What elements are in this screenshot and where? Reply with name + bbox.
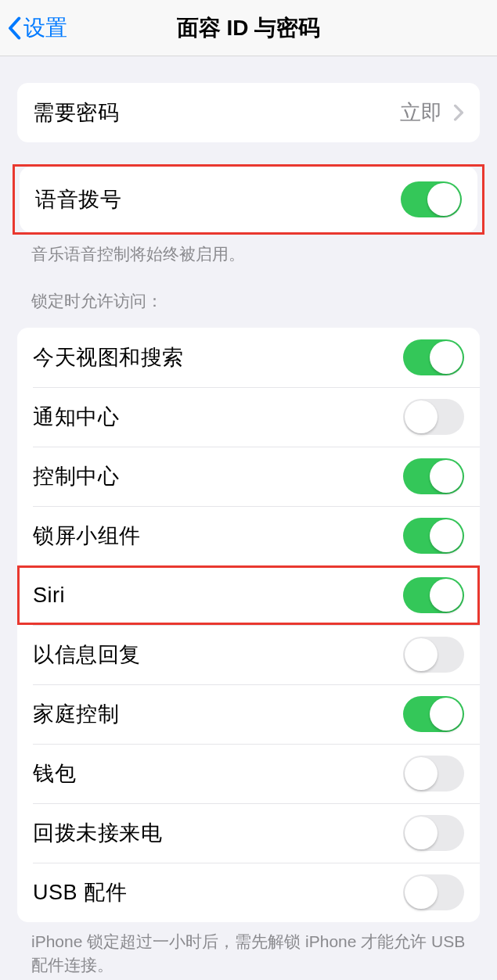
locked-access-row: 控制中心 bbox=[17, 447, 480, 506]
locked-access-row: 锁屏小组件 bbox=[17, 506, 480, 565]
locked-access-group: 今天视图和搜索通知中心控制中心锁屏小组件Siri以信息回复家庭控制钱包回拨未接来… bbox=[17, 328, 480, 922]
voice-dial-label: 语音拨号 bbox=[35, 185, 401, 214]
voice-dial-row: 语音拨号 bbox=[20, 167, 477, 232]
chevron-right-icon bbox=[453, 104, 464, 121]
locked-access-row: Siri bbox=[17, 565, 480, 625]
locked-access-footer: iPhone 锁定超过一小时后，需先解锁 iPhone 才能允许 USB 配件连… bbox=[0, 922, 497, 976]
toggle-knob bbox=[427, 183, 460, 216]
locked-access-toggle[interactable] bbox=[403, 696, 464, 732]
locked-access-row: 家庭控制 bbox=[17, 684, 480, 744]
toggle-knob bbox=[405, 400, 438, 433]
chevron-left-icon bbox=[6, 16, 22, 40]
locked-access-row: 以信息回复 bbox=[17, 625, 480, 684]
locked-access-label: 回拨未接来电 bbox=[33, 819, 403, 847]
toggle-knob bbox=[430, 698, 463, 731]
voice-dial-toggle[interactable] bbox=[401, 181, 462, 217]
toggle-knob bbox=[430, 460, 463, 493]
locked-access-label: 以信息回复 bbox=[33, 641, 403, 669]
toggle-knob bbox=[405, 876, 438, 909]
locked-access-toggle[interactable] bbox=[403, 815, 464, 851]
require-passcode-group: 需要密码 立即 bbox=[17, 83, 480, 142]
toggle-knob bbox=[430, 341, 463, 374]
locked-access-toggle[interactable] bbox=[403, 399, 464, 435]
toggle-knob bbox=[430, 579, 463, 612]
locked-access-toggle[interactable] bbox=[403, 756, 464, 792]
locked-access-row: USB 配件 bbox=[17, 863, 480, 922]
require-passcode-row[interactable]: 需要密码 立即 bbox=[17, 83, 480, 142]
locked-access-row: 钱包 bbox=[17, 744, 480, 803]
locked-access-label: 家庭控制 bbox=[33, 700, 403, 728]
locked-access-label: 今天视图和搜索 bbox=[33, 343, 403, 372]
locked-access-toggle[interactable] bbox=[403, 637, 464, 673]
locked-access-row: 回拨未接来电 bbox=[17, 803, 480, 863]
require-passcode-value: 立即 bbox=[400, 99, 442, 127]
voice-dial-footer: 音乐语音控制将始终被启用。 bbox=[0, 235, 497, 265]
toggle-knob bbox=[405, 817, 438, 849]
toggle-knob bbox=[405, 757, 438, 790]
navigation-bar: 设置 面容 ID 与密码 bbox=[0, 0, 497, 56]
locked-access-toggle[interactable] bbox=[403, 577, 464, 613]
locked-access-toggle[interactable] bbox=[403, 458, 464, 494]
page-title: 面容 ID 与密码 bbox=[0, 13, 497, 43]
locked-access-label: 通知中心 bbox=[33, 403, 403, 431]
locked-access-label: 控制中心 bbox=[33, 462, 403, 490]
toggle-knob bbox=[430, 519, 463, 552]
locked-access-toggle[interactable] bbox=[403, 874, 464, 910]
locked-access-label: 钱包 bbox=[33, 759, 403, 788]
voice-dial-highlight: 语音拨号 bbox=[13, 164, 484, 235]
locked-access-row: 通知中心 bbox=[17, 387, 480, 447]
locked-access-row: 今天视图和搜索 bbox=[17, 328, 480, 387]
require-passcode-label: 需要密码 bbox=[33, 99, 400, 127]
back-label: 设置 bbox=[23, 13, 67, 43]
locked-access-label: Siri bbox=[33, 583, 403, 608]
locked-access-toggle[interactable] bbox=[403, 518, 464, 554]
back-button[interactable]: 设置 bbox=[0, 13, 67, 43]
content: 需要密码 立即 语音拨号 音乐语音控制将始终被启用。 锁定时允许访问： 今天视图… bbox=[0, 56, 497, 980]
voice-dial-group: 语音拨号 bbox=[20, 167, 477, 232]
toggle-knob bbox=[405, 638, 438, 671]
voice-dial-group-wrap: 语音拨号 bbox=[13, 164, 484, 235]
locked-access-label: 锁屏小组件 bbox=[33, 522, 403, 550]
locked-access-toggle[interactable] bbox=[403, 339, 464, 375]
locked-access-header: 锁定时允许访问： bbox=[0, 290, 497, 318]
locked-access-label: USB 配件 bbox=[33, 878, 403, 906]
